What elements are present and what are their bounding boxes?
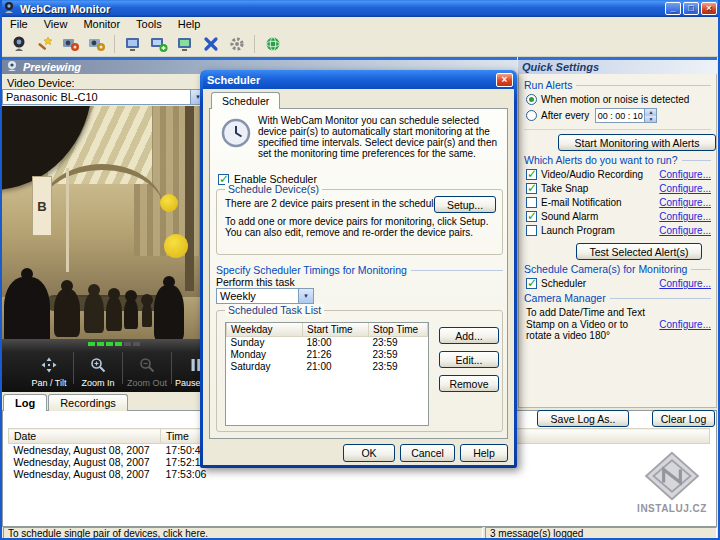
title-bar: WebCam Monitor _ □ × (0, 0, 720, 17)
watermark-text: INSTALUJ.CZ (628, 503, 716, 514)
chevron-down-icon[interactable]: ▼ (298, 289, 313, 303)
interval-value: 00 : 00 : 10 (596, 109, 644, 122)
run-alerts-section: Run Alerts (524, 79, 711, 91)
monitor-view-icon[interactable] (172, 32, 197, 55)
light-pole (66, 168, 69, 272)
menu-view[interactable]: View (36, 18, 76, 30)
task-col-start[interactable]: Start Time (303, 323, 369, 336)
edit-task-button[interactable]: Edit... (439, 351, 499, 368)
status-message[interactable]: To schedule single pair of devices, clic… (3, 527, 483, 539)
task-row[interactable]: Saturday 21:00 23:59 (227, 360, 428, 372)
interval-spinner[interactable]: 00 : 00 : 10 ▲▼ (595, 108, 657, 123)
video-device-select[interactable]: Panasonic BL-C10 ▼ (2, 89, 206, 105)
frequency-select[interactable]: Weekly ▼ (216, 288, 314, 304)
menu-tools[interactable]: Tools (128, 18, 170, 30)
perform-task-label: Perform this task (216, 276, 295, 288)
pan-tilt-button[interactable]: Pan / Tilt (26, 348, 72, 388)
monitor-add-icon[interactable] (146, 32, 171, 55)
scheduler-checkbox[interactable] (526, 278, 537, 289)
dialog-tab-page: With WebCam Monitor you can schedule sel… (209, 108, 508, 439)
snapshot-settings-icon[interactable] (84, 32, 109, 55)
start-monitoring-button[interactable]: Start Monitoring with Alerts (558, 134, 716, 151)
email-notification-checkbox[interactable] (526, 197, 537, 208)
menu-monitor[interactable]: Monitor (75, 18, 128, 30)
task-row[interactable]: Sunday 18:00 23:59 (227, 336, 428, 348)
schedule-devices-group: Schedule Device(s) There are 2 device pa… (216, 189, 503, 255)
menu-file[interactable]: File (2, 18, 36, 30)
task-col-stop[interactable]: Stop Time (369, 323, 428, 336)
window-title: WebCam Monitor (20, 3, 110, 15)
motion-radio[interactable] (526, 94, 537, 105)
sound-alarm-checkbox[interactable] (526, 211, 537, 222)
clear-log-button[interactable]: Clear Log (652, 410, 715, 427)
web-globe-icon[interactable] (260, 32, 285, 55)
setup-button[interactable]: Setup... (434, 196, 496, 213)
help-button[interactable]: Help (460, 444, 508, 462)
take-snap-checkbox[interactable] (526, 183, 537, 194)
test-alerts-button[interactable]: Test Selected Alert(s) (576, 243, 702, 260)
maximize-button[interactable]: □ (683, 2, 699, 15)
video-preview: B (2, 106, 206, 339)
configure-snap-link[interactable]: Configure... (659, 183, 711, 194)
control-separator (73, 352, 74, 384)
task-row[interactable]: Monday 21:26 23:59 (227, 348, 428, 360)
video-audio-recording-checkbox[interactable] (526, 169, 537, 180)
configure-alarm-link[interactable]: Configure... (659, 211, 711, 222)
tab-recordings[interactable]: Recordings (48, 394, 128, 411)
video-audio-recording-label: Video/Audio Recording (541, 169, 643, 180)
video-preview-icon[interactable] (120, 32, 145, 55)
log-row: Wednesday, August 08, 2007 17:53:06 (9, 468, 710, 480)
message-count: 3 message(s) logged (485, 527, 717, 539)
frequency-value: Weekly (217, 289, 298, 303)
camera-manager-text: To add Date/Time and Text Stamp on a Vid… (526, 307, 648, 342)
quick-settings-header: Quick Settings (518, 57, 717, 74)
zoom-in-icon (90, 357, 106, 375)
zoom-in-label: Zoom In (81, 378, 114, 388)
configure-scheduler-link[interactable]: Configure... (659, 278, 711, 289)
previewing-title: Previewing (23, 61, 81, 73)
dialog-description: With WebCam Monitor you can schedule sel… (258, 115, 504, 159)
minimize-button[interactable]: _ (665, 2, 681, 15)
configure-email-link[interactable]: Configure... (659, 197, 711, 208)
spinner-down-icon[interactable]: ▼ (645, 116, 656, 123)
launch-program-label: Launch Program (541, 225, 615, 236)
device-pairs-hint: To add one or more device pairs for moni… (225, 216, 489, 238)
scheduler-clock-icon (220, 117, 252, 151)
launch-program-checkbox[interactable] (526, 225, 537, 236)
menu-help[interactable]: Help (170, 18, 209, 30)
record-settings-icon[interactable] (58, 32, 83, 55)
zoom-in-button[interactable]: Zoom In (75, 348, 121, 388)
pan-tilt-label: Pan / Tilt (31, 378, 66, 388)
configure-program-link[interactable]: Configure... (659, 225, 711, 236)
zoom-out-button: Zoom Out (124, 348, 170, 388)
round-sign (160, 194, 178, 212)
monitor-close-icon[interactable] (198, 32, 223, 55)
cancel-button[interactable]: Cancel (400, 444, 455, 462)
task-col-weekday[interactable]: Weekday (227, 323, 303, 336)
configure-recording-link[interactable]: Configure... (659, 169, 711, 180)
toolbar-separator (114, 35, 115, 53)
dialog-close-button[interactable]: × (496, 73, 513, 87)
settings-gear-icon[interactable] (224, 32, 249, 55)
dialog-tab-scheduler[interactable]: Scheduler (211, 92, 280, 109)
configure-camera-manager-link[interactable]: Configure... (659, 319, 711, 330)
interval-radio[interactable] (526, 110, 537, 121)
ok-button[interactable]: OK (343, 444, 395, 462)
zoom-out-label: Zoom Out (127, 378, 167, 388)
log-tab-strip: Log Recordings (3, 394, 129, 411)
save-log-button[interactable]: Save Log As.. (537, 410, 629, 427)
schedule-devices-title: Schedule Device(s) (225, 183, 322, 195)
banner-sign: B (32, 176, 52, 236)
previewing-icon (6, 60, 18, 74)
divider (524, 129, 711, 130)
webcam-icon[interactable] (6, 32, 31, 55)
log-col-date[interactable]: Date (9, 429, 161, 444)
menu-bar: File View Monitor Tools Help (2, 17, 718, 31)
quick-settings-title: Quick Settings (522, 61, 599, 73)
remove-task-button[interactable]: Remove (439, 375, 499, 392)
add-task-button[interactable]: Add... (439, 327, 499, 344)
setup-wizard-icon[interactable] (32, 32, 57, 55)
tab-log[interactable]: Log (3, 394, 47, 411)
video-device-value: Panasonic BL-C10 (3, 90, 190, 104)
close-button[interactable]: × (701, 2, 717, 15)
